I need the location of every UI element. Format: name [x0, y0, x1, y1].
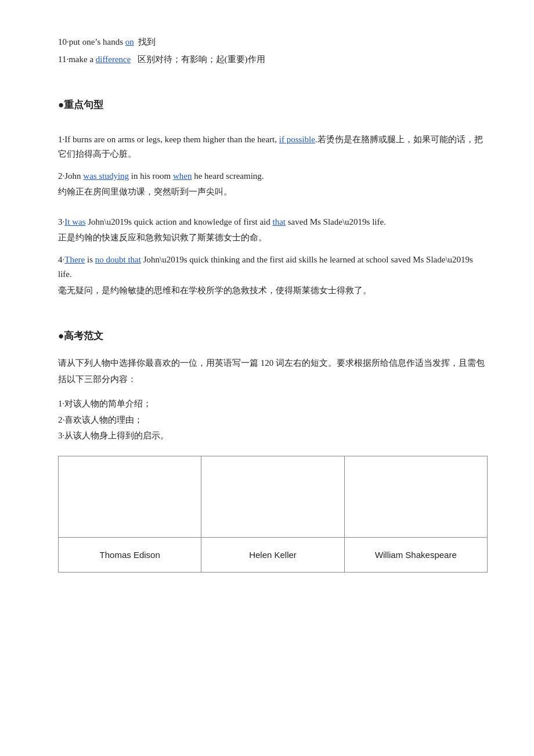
sentence-3-link-that[interactable]: that — [273, 217, 286, 226]
person-name-keller: Helen Keller — [201, 538, 344, 573]
vocab-number-10: 10 — [58, 37, 67, 46]
key-sentences-title: ●重点句型 — [58, 97, 488, 114]
gaokao-list-item-1: 1·对该人物的简单介绍； — [58, 396, 488, 412]
key-sentences-section: ●重点句型 1·If burns are on arms or legs, ke… — [58, 97, 488, 298]
sentence-2: 2·John was studying in his room when he … — [58, 169, 488, 200]
person-image-row — [59, 456, 488, 538]
person-table: Thomas Edison Helen Keller William Shake… — [58, 456, 488, 573]
sentence-4-link-nodoubt[interactable]: no doubt that — [95, 255, 141, 264]
sentence-4-link-there[interactable]: There — [64, 255, 85, 264]
sentence-1-link-possible[interactable]: if possible — [279, 135, 315, 144]
person-name-row: Thomas Edison Helen Keller William Shake… — [59, 538, 488, 573]
sentence-2-link-when[interactable]: when — [173, 171, 192, 181]
sentence-4: 4·There is no doubt that John\u2019s qui… — [58, 253, 488, 298]
sentence-2-en: 2·John was studying in his room when he … — [58, 169, 488, 184]
vocab-suffix-10: 找到 — [134, 37, 156, 46]
person-name-edison: Thomas Edison — [59, 538, 201, 573]
person-name-shakespeare: William Shakespeare — [344, 538, 487, 573]
vocab-item-10: 10·put one’s hands on 找到 — [58, 35, 488, 50]
gaokao-title-text: ●高考范文 — [58, 328, 103, 345]
vocab-item-11: 11·make a difference 区别对待；有影响；起(重要)作用 — [58, 52, 488, 67]
sentence-1-en: 1·If burns are on arms or legs, keep the… — [58, 132, 488, 162]
person-image-cell-2 — [201, 456, 344, 538]
sentence-4-en: 4·There is no doubt that John\u2019s qui… — [58, 253, 488, 282]
vocab-number-11: 11 — [58, 55, 66, 64]
gaokao-list-item-2: 2·喜欢该人物的理由； — [58, 412, 488, 429]
sentence-1: 1·If burns are on arms or legs, keep the… — [58, 132, 488, 162]
person-image-cell-3 — [344, 456, 487, 538]
vocab-link-on[interactable]: on — [125, 37, 134, 46]
key-sentences-title-text: ●重点句型 — [58, 97, 103, 114]
sentence-3-en: 3·It was John\u2019s quick action and kn… — [58, 215, 488, 230]
sentence-4-zh: 毫无疑问，是约翰敏捷的思维和在学校所学的急救技术，使得斯莱德女士得救了。 — [58, 283, 488, 298]
vocab-prefix-10: ·put one’s hands — [67, 37, 125, 46]
sentence-3: 3·It was John\u2019s quick action and kn… — [58, 215, 488, 246]
person-image-cell-1 — [59, 456, 201, 538]
gaokao-section: ●高考范文 请从下列人物中选择你最喜欢的一位，用英语写一篇 120 词左右的短文… — [58, 328, 488, 573]
gaokao-list-item-3: 3·从该人物身上得到的启示。 — [58, 428, 488, 444]
gaokao-title: ●高考范文 — [58, 328, 488, 345]
gaokao-intro: 请从下列人物中选择你最喜欢的一位，用英语写一篇 120 词左右的短文。要求根据所… — [58, 355, 488, 388]
sentence-2-zh: 约翰正在房间里做功课，突然听到一声尖叫。 — [58, 185, 488, 200]
sentence-3-zh: 正是约翰的快速反应和急救知识救了斯莱德女士的命。 — [58, 231, 488, 246]
sentence-2-link-studying[interactable]: was studying — [83, 171, 129, 181]
sentence-3-link-itwas[interactable]: It was — [64, 217, 85, 226]
vocab-suffix-11: 区别对待；有影响；起(重要)作用 — [131, 55, 265, 64]
vocab-link-difference[interactable]: difference — [96, 55, 131, 64]
vocab-prefix-11: ·make a — [66, 55, 95, 64]
gaokao-list: 1·对该人物的简单介绍； 2·喜欢该人物的理由； 3·从该人物身上得到的启示。 — [58, 396, 488, 444]
vocab-section: 10·put one’s hands on 找到 11·make a diffe… — [58, 35, 488, 67]
